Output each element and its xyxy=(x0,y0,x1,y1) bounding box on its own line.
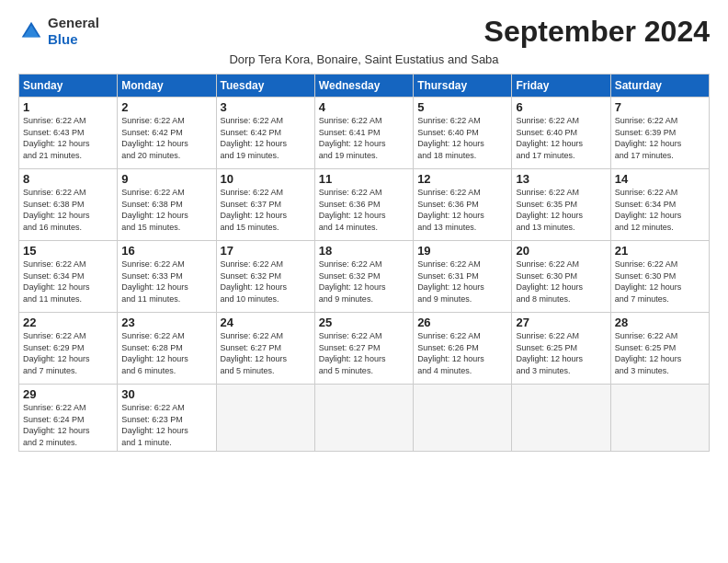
table-row: 30Sunrise: 6:22 AM Sunset: 6:23 PM Dayli… xyxy=(118,385,216,452)
day-info: Sunrise: 6:22 AM Sunset: 6:34 PM Dayligh… xyxy=(615,187,705,233)
day-info: Sunrise: 6:22 AM Sunset: 6:33 PM Dayligh… xyxy=(121,259,211,304)
table-row: 21Sunrise: 6:22 AM Sunset: 6:30 PM Dayli… xyxy=(610,241,709,313)
day-info: Sunrise: 6:22 AM Sunset: 6:32 PM Dayligh… xyxy=(319,259,409,304)
day-info: Sunrise: 6:22 AM Sunset: 6:40 PM Dayligh… xyxy=(516,115,606,161)
logo-blue: Blue xyxy=(48,31,78,47)
day-number: 3 xyxy=(221,100,311,114)
day-number: 1 xyxy=(23,100,113,114)
header: General Blue September 2024 xyxy=(18,15,710,49)
day-number: 29 xyxy=(23,387,113,401)
table-row xyxy=(512,385,610,452)
table-row: 16Sunrise: 6:22 AM Sunset: 6:33 PM Dayli… xyxy=(118,241,216,313)
table-row: 24Sunrise: 6:22 AM Sunset: 6:27 PM Dayli… xyxy=(216,313,314,385)
day-info: Sunrise: 6:22 AM Sunset: 6:42 PM Dayligh… xyxy=(121,115,211,161)
table-row: 13Sunrise: 6:22 AM Sunset: 6:35 PM Dayli… xyxy=(512,169,610,241)
logo-general: General xyxy=(48,15,99,30)
day-info: Sunrise: 6:22 AM Sunset: 6:27 PM Dayligh… xyxy=(319,330,409,376)
table-row: 25Sunrise: 6:22 AM Sunset: 6:27 PM Dayli… xyxy=(314,313,413,385)
header-friday: Friday xyxy=(512,75,610,98)
day-number: 2 xyxy=(121,100,211,114)
day-info: Sunrise: 6:22 AM Sunset: 6:32 PM Dayligh… xyxy=(221,259,311,304)
table-row: 8Sunrise: 6:22 AM Sunset: 6:38 PM Daylig… xyxy=(19,169,118,241)
day-info: Sunrise: 6:22 AM Sunset: 6:35 PM Dayligh… xyxy=(516,187,606,233)
table-row: 19Sunrise: 6:22 AM Sunset: 6:31 PM Dayli… xyxy=(414,241,512,313)
day-info: Sunrise: 6:22 AM Sunset: 6:37 PM Dayligh… xyxy=(221,187,311,233)
day-number: 26 xyxy=(417,316,507,329)
day-number: 7 xyxy=(615,100,705,114)
table-row xyxy=(314,385,413,452)
table-row: 23Sunrise: 6:22 AM Sunset: 6:28 PM Dayli… xyxy=(118,313,216,385)
day-number: 27 xyxy=(516,316,606,329)
day-number: 8 xyxy=(23,172,113,186)
subtitle: Dorp Tera Kora, Bonaire, Saint Eustatius… xyxy=(18,52,710,66)
table-row: 27Sunrise: 6:22 AM Sunset: 6:25 PM Dayli… xyxy=(512,313,610,385)
day-number: 24 xyxy=(221,316,311,329)
header-sunday: Sunday xyxy=(19,75,118,98)
table-row: 17Sunrise: 6:22 AM Sunset: 6:32 PM Dayli… xyxy=(216,241,314,313)
table-row: 28Sunrise: 6:22 AM Sunset: 6:25 PM Dayli… xyxy=(610,313,709,385)
day-info: Sunrise: 6:22 AM Sunset: 6:36 PM Dayligh… xyxy=(417,187,507,233)
header-monday: Monday xyxy=(118,75,216,98)
day-number: 13 xyxy=(516,172,606,186)
day-info: Sunrise: 6:22 AM Sunset: 6:26 PM Dayligh… xyxy=(417,330,507,376)
day-number: 11 xyxy=(319,172,409,186)
table-row: 7Sunrise: 6:22 AM Sunset: 6:39 PM Daylig… xyxy=(610,98,709,169)
header-tuesday: Tuesday xyxy=(216,75,314,98)
table-row: 20Sunrise: 6:22 AM Sunset: 6:30 PM Dayli… xyxy=(512,241,610,313)
logo-icon xyxy=(18,18,44,44)
table-row: 5Sunrise: 6:22 AM Sunset: 6:40 PM Daylig… xyxy=(414,98,512,169)
day-info: Sunrise: 6:22 AM Sunset: 6:38 PM Dayligh… xyxy=(23,187,113,233)
day-info: Sunrise: 6:22 AM Sunset: 6:38 PM Dayligh… xyxy=(121,187,211,233)
table-row xyxy=(216,385,314,452)
table-row: 10Sunrise: 6:22 AM Sunset: 6:37 PM Dayli… xyxy=(216,169,314,241)
day-number: 17 xyxy=(221,244,311,258)
table-row: 1Sunrise: 6:22 AM Sunset: 6:43 PM Daylig… xyxy=(19,98,118,169)
day-number: 25 xyxy=(319,316,409,329)
table-row: 29Sunrise: 6:22 AM Sunset: 6:24 PM Dayli… xyxy=(19,385,118,452)
table-row: 15Sunrise: 6:22 AM Sunset: 6:34 PM Dayli… xyxy=(19,241,118,313)
day-info: Sunrise: 6:22 AM Sunset: 6:23 PM Dayligh… xyxy=(121,402,211,448)
day-number: 21 xyxy=(615,244,705,258)
day-info: Sunrise: 6:22 AM Sunset: 6:25 PM Dayligh… xyxy=(516,330,606,376)
day-info: Sunrise: 6:22 AM Sunset: 6:40 PM Dayligh… xyxy=(417,115,507,161)
day-number: 23 xyxy=(121,316,211,329)
day-number: 28 xyxy=(615,316,705,329)
day-number: 18 xyxy=(319,244,409,258)
day-number: 16 xyxy=(121,244,211,258)
logo: General Blue xyxy=(18,15,99,48)
table-row xyxy=(610,385,709,452)
header-thursday: Thursday xyxy=(414,75,512,98)
day-number: 10 xyxy=(221,172,311,186)
day-info: Sunrise: 6:22 AM Sunset: 6:30 PM Dayligh… xyxy=(516,259,606,304)
day-number: 4 xyxy=(319,100,409,114)
table-row: 11Sunrise: 6:22 AM Sunset: 6:36 PM Dayli… xyxy=(314,169,413,241)
day-info: Sunrise: 6:22 AM Sunset: 6:31 PM Dayligh… xyxy=(417,259,507,304)
day-number: 12 xyxy=(417,172,507,186)
day-number: 22 xyxy=(23,316,113,329)
day-number: 30 xyxy=(121,387,211,401)
day-info: Sunrise: 6:22 AM Sunset: 6:34 PM Dayligh… xyxy=(23,259,113,304)
table-row xyxy=(414,385,512,452)
day-info: Sunrise: 6:22 AM Sunset: 6:41 PM Dayligh… xyxy=(319,115,409,161)
day-number: 6 xyxy=(516,100,606,114)
day-info: Sunrise: 6:22 AM Sunset: 6:25 PM Dayligh… xyxy=(615,330,705,376)
day-number: 14 xyxy=(615,172,705,186)
day-number: 9 xyxy=(121,172,211,186)
day-info: Sunrise: 6:22 AM Sunset: 6:43 PM Dayligh… xyxy=(23,115,113,161)
calendar-header-row: Sunday Monday Tuesday Wednesday Thursday… xyxy=(19,75,710,98)
table-row: 9Sunrise: 6:22 AM Sunset: 6:38 PM Daylig… xyxy=(118,169,216,241)
table-row: 22Sunrise: 6:22 AM Sunset: 6:29 PM Dayli… xyxy=(19,313,118,385)
day-info: Sunrise: 6:22 AM Sunset: 6:24 PM Dayligh… xyxy=(23,402,113,448)
table-row: 3Sunrise: 6:22 AM Sunset: 6:42 PM Daylig… xyxy=(216,98,314,169)
header-saturday: Saturday xyxy=(610,75,709,98)
header-wednesday: Wednesday xyxy=(314,75,413,98)
day-info: Sunrise: 6:22 AM Sunset: 6:42 PM Dayligh… xyxy=(221,115,311,161)
table-row: 12Sunrise: 6:22 AM Sunset: 6:36 PM Dayli… xyxy=(414,169,512,241)
table-row: 26Sunrise: 6:22 AM Sunset: 6:26 PM Dayli… xyxy=(414,313,512,385)
day-number: 5 xyxy=(417,100,507,114)
table-row: 18Sunrise: 6:22 AM Sunset: 6:32 PM Dayli… xyxy=(314,241,413,313)
day-info: Sunrise: 6:22 AM Sunset: 6:28 PM Dayligh… xyxy=(121,330,211,376)
table-row: 4Sunrise: 6:22 AM Sunset: 6:41 PM Daylig… xyxy=(314,98,413,169)
page: General Blue September 2024 Dorp Tera Ko… xyxy=(0,0,728,563)
calendar: Sunday Monday Tuesday Wednesday Thursday… xyxy=(18,74,710,452)
